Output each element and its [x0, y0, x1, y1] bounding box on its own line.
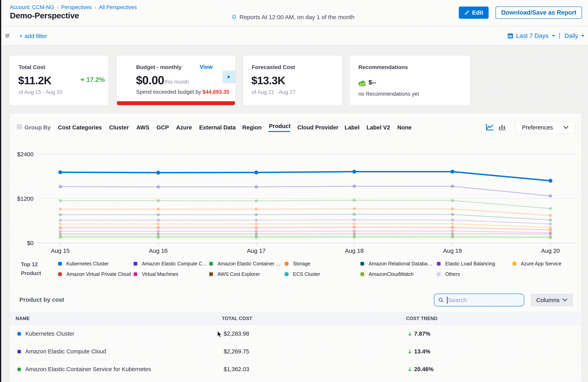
svg-text:Aug 15: Aug 15	[51, 248, 70, 254]
svg-text:$2400: $2400	[17, 151, 34, 157]
svg-text:Aug 18: Aug 18	[345, 248, 364, 254]
svg-text:$0: $0	[27, 240, 34, 246]
svg-text:Aug 19: Aug 19	[443, 248, 462, 254]
svg-text:Aug 20: Aug 20	[541, 248, 560, 254]
svg-text:Aug 17: Aug 17	[247, 248, 266, 254]
svg-text:$1200: $1200	[17, 195, 34, 202]
svg-text:Aug 16: Aug 16	[149, 248, 168, 254]
